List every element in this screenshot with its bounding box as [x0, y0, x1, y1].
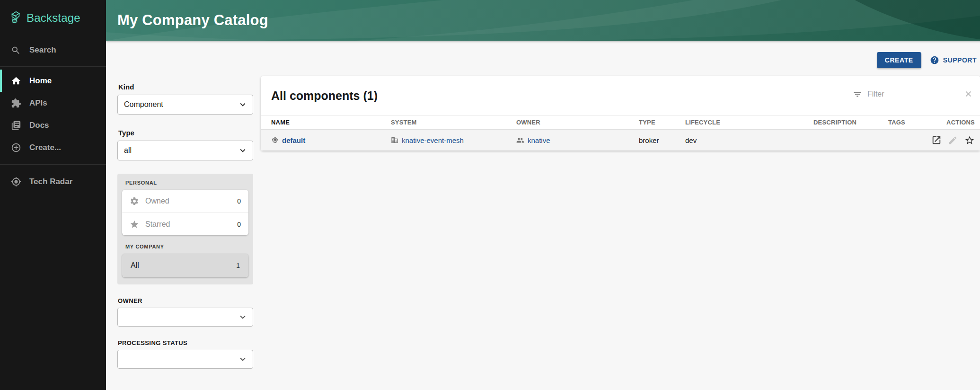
page-header: My Company Catalog: [106, 0, 980, 41]
chevron-down-icon: [238, 312, 248, 322]
filter-item-label: Owned: [145, 197, 169, 205]
owner-select[interactable]: [117, 308, 253, 327]
sidebar-item-search[interactable]: Search: [0, 37, 106, 63]
group-icon: [516, 136, 524, 144]
entity-link[interactable]: default: [271, 136, 391, 144]
settings-icon: [130, 196, 139, 206]
extension-icon: [11, 98, 21, 108]
help-icon: [930, 55, 939, 65]
table-filter-input[interactable]: [866, 89, 960, 99]
user-list-picker: PERSONAL Owned 0: [117, 174, 253, 284]
sidebar-item-label: Docs: [29, 121, 49, 130]
filter-item-all[interactable]: All 1: [122, 254, 248, 277]
kind-select-value: Component: [124, 100, 163, 109]
support-label: SUPPORT: [943, 56, 977, 64]
column-header-tags[interactable]: TAGS: [888, 119, 931, 126]
components-table-card: All components (1) NAME: [261, 76, 980, 151]
sidebar: Backstage Search Home APIs Docs: [0, 0, 106, 390]
sidebar-item-home[interactable]: Home: [0, 70, 106, 92]
backstage-app: Backstage Search Home APIs Docs: [0, 0, 980, 390]
personal-card: Owned 0 Starred 0: [122, 190, 248, 235]
sidebar-item-docs[interactable]: Docs: [0, 114, 106, 136]
type-cell: broker: [639, 136, 685, 144]
column-header-lifecycle[interactable]: LIFECYCLE: [685, 119, 813, 126]
logo[interactable]: Backstage: [0, 0, 106, 36]
star-icon: [130, 220, 139, 229]
filter-list-icon: [853, 89, 862, 99]
processing-status-label: PROCESSING STATUS: [118, 339, 253, 346]
radar-icon: [11, 177, 21, 187]
system-domain-icon: [391, 136, 398, 144]
column-header-type[interactable]: TYPE: [639, 119, 685, 126]
company-section-title: MY COMPANY: [125, 244, 248, 249]
system-cell: knative-event-mesh: [391, 136, 516, 144]
system-name: knative-event-mesh: [402, 136, 464, 144]
home-icon: [11, 76, 21, 86]
catalog-filters: Kind Component Type all: [117, 76, 253, 369]
actions-cell: [931, 135, 980, 145]
filter-item-count: 1: [236, 262, 240, 269]
open-in-new-icon[interactable]: [931, 135, 942, 145]
owner-name: knative: [528, 136, 550, 144]
create-button[interactable]: CREATE: [877, 52, 921, 68]
table-filter: [853, 89, 973, 102]
sidebar-item-label: Tech Radar: [29, 177, 72, 186]
sidebar-item-tech-radar[interactable]: Tech Radar: [0, 170, 106, 193]
column-header-owner[interactable]: OWNER: [516, 119, 639, 126]
filter-item-owned[interactable]: Owned 0: [122, 190, 248, 213]
search-icon: [11, 45, 21, 55]
column-header-actions: ACTIONS: [946, 119, 980, 126]
filter-item-label: All: [131, 261, 139, 270]
toolbar: CREATE SUPPORT: [106, 52, 977, 68]
sidebar-divider: [0, 164, 106, 165]
backstage-logo-icon: [9, 9, 23, 27]
table-header-row: NAME SYSTEM OWNER TYPE LIFECYCLE DESCRIP…: [261, 115, 980, 130]
personal-section-title: PERSONAL: [125, 180, 248, 186]
type-select-value: all: [124, 146, 132, 155]
filter-item-starred[interactable]: Starred 0: [122, 213, 248, 235]
sidebar-item-label: APIs: [29, 98, 47, 108]
filter-item-count: 0: [237, 221, 241, 228]
page-title: My Company Catalog: [117, 12, 268, 29]
star-outline-icon[interactable]: [964, 135, 975, 145]
kind-label: Kind: [118, 83, 253, 91]
sidebar-item-create[interactable]: Create...: [0, 136, 106, 159]
clear-filter-icon[interactable]: [964, 89, 973, 98]
type-select[interactable]: all: [117, 141, 253, 160]
sidebar-item-apis[interactable]: APIs: [0, 92, 106, 114]
filter-item-count: 0: [237, 197, 241, 205]
edit-icon[interactable]: [948, 135, 958, 145]
name-cell: default: [271, 136, 391, 144]
entity-name: default: [282, 136, 305, 144]
owner-cell: knative: [516, 136, 639, 144]
component-chip-icon: [271, 136, 279, 144]
chevron-down-icon: [238, 354, 248, 364]
sidebar-divider: [0, 66, 106, 67]
docs-icon: [11, 120, 21, 131]
sidebar-item-label: Create...: [29, 143, 61, 152]
logo-wordmark: Backstage: [26, 11, 80, 25]
owner-link[interactable]: knative: [516, 136, 639, 144]
sidebar-item-label: Home: [29, 76, 52, 86]
table-row: default knative-event-mesh: [261, 130, 980, 151]
content: CREATE SUPPORT Kind Component: [106, 41, 980, 390]
column-header-name[interactable]: NAME: [271, 119, 391, 126]
processing-status-select[interactable]: [117, 350, 253, 369]
sidebar-item-label: Search: [29, 45, 56, 55]
chevron-down-icon: [238, 99, 248, 110]
column-header-system[interactable]: SYSTEM: [391, 119, 516, 126]
lifecycle-cell: dev: [685, 136, 813, 144]
table-title: All components (1): [271, 89, 378, 103]
type-label: Type: [118, 129, 253, 137]
column-header-description[interactable]: DESCRIPTION: [813, 119, 888, 126]
support-button[interactable]: SUPPORT: [930, 55, 977, 65]
kind-select[interactable]: Component: [117, 95, 253, 115]
chevron-down-icon: [238, 145, 248, 156]
filter-item-label: Starred: [145, 220, 170, 229]
owner-label: OWNER: [118, 297, 253, 304]
system-link[interactable]: knative-event-mesh: [391, 136, 516, 144]
add-circle-icon: [11, 142, 21, 153]
